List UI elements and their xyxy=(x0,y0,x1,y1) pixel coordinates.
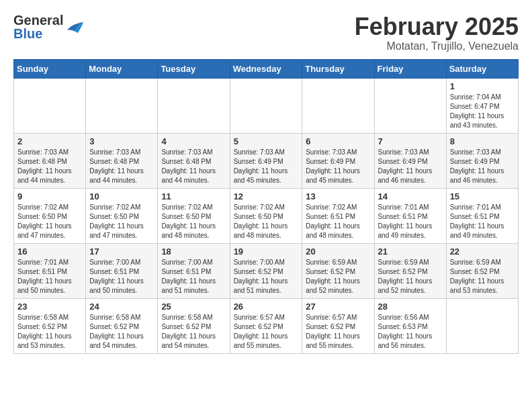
day-number: 5 xyxy=(234,136,299,146)
day-number: 22 xyxy=(450,246,515,257)
calendar-cell: 12Sunrise: 7:02 AM Sunset: 6:50 PM Dayli… xyxy=(230,188,302,243)
day-number: 13 xyxy=(306,191,370,201)
day-info: Sunrise: 7:03 AM Sunset: 6:49 PM Dayligh… xyxy=(450,148,515,185)
calendar-cell: 5Sunrise: 7:03 AM Sunset: 6:49 PM Daylig… xyxy=(230,133,302,188)
day-info: Sunrise: 6:58 AM Sunset: 6:52 PM Dayligh… xyxy=(17,313,82,351)
day-number: 1 xyxy=(450,81,515,91)
day-info: Sunrise: 6:58 AM Sunset: 6:52 PM Dayligh… xyxy=(161,313,226,351)
day-info: Sunrise: 7:03 AM Sunset: 6:49 PM Dayligh… xyxy=(306,148,370,185)
calendar-week-row: 16Sunrise: 7:01 AM Sunset: 6:51 PM Dayli… xyxy=(14,243,519,298)
day-info: Sunrise: 7:02 AM Sunset: 6:50 PM Dayligh… xyxy=(89,203,154,240)
calendar-cell: 25Sunrise: 6:58 AM Sunset: 6:52 PM Dayli… xyxy=(158,298,230,353)
logo-name: General Blue xyxy=(13,13,63,40)
day-number: 8 xyxy=(450,136,515,146)
day-info: Sunrise: 7:03 AM Sunset: 6:48 PM Dayligh… xyxy=(161,148,226,185)
day-number: 11 xyxy=(161,191,226,201)
day-number: 19 xyxy=(234,246,299,257)
day-info: Sunrise: 7:03 AM Sunset: 6:48 PM Dayligh… xyxy=(17,148,82,185)
calendar-cell: 23Sunrise: 6:58 AM Sunset: 6:52 PM Dayli… xyxy=(14,298,86,353)
page-header: General Blue February 2025 Motatan, Truj… xyxy=(13,13,519,52)
day-number: 3 xyxy=(89,136,154,146)
calendar-cell: 16Sunrise: 7:01 AM Sunset: 6:51 PM Dayli… xyxy=(14,243,86,298)
day-info: Sunrise: 7:01 AM Sunset: 6:51 PM Dayligh… xyxy=(378,203,443,240)
weekday-header-saturday: Saturday xyxy=(446,59,518,78)
weekday-header-friday: Friday xyxy=(374,59,446,78)
day-number: 17 xyxy=(89,246,154,257)
calendar-cell: 1Sunrise: 7:04 AM Sunset: 6:47 PM Daylig… xyxy=(446,78,518,133)
calendar-cell: 10Sunrise: 7:02 AM Sunset: 6:50 PM Dayli… xyxy=(86,188,158,243)
day-number: 23 xyxy=(17,302,82,312)
calendar-cell: 11Sunrise: 7:02 AM Sunset: 6:50 PM Dayli… xyxy=(158,188,230,243)
calendar-cell: 21Sunrise: 6:59 AM Sunset: 6:52 PM Dayli… xyxy=(374,243,446,298)
day-info: Sunrise: 7:02 AM Sunset: 6:51 PM Dayligh… xyxy=(306,203,370,240)
calendar-cell: 4Sunrise: 7:03 AM Sunset: 6:48 PM Daylig… xyxy=(158,133,230,188)
calendar-week-row: 1Sunrise: 7:04 AM Sunset: 6:47 PM Daylig… xyxy=(14,78,519,133)
day-info: Sunrise: 7:00 AM Sunset: 6:52 PM Dayligh… xyxy=(234,258,299,295)
weekday-header-monday: Monday xyxy=(86,59,158,78)
day-number: 28 xyxy=(378,302,443,312)
day-info: Sunrise: 7:01 AM Sunset: 6:51 PM Dayligh… xyxy=(17,258,82,295)
day-info: Sunrise: 6:59 AM Sunset: 6:52 PM Dayligh… xyxy=(378,258,443,295)
calendar-cell xyxy=(446,298,518,353)
weekday-header-wednesday: Wednesday xyxy=(230,59,302,78)
calendar-cell: 27Sunrise: 6:57 AM Sunset: 6:52 PM Dayli… xyxy=(302,298,374,353)
calendar-cell: 24Sunrise: 6:58 AM Sunset: 6:52 PM Dayli… xyxy=(86,298,158,353)
calendar-cell: 8Sunrise: 7:03 AM Sunset: 6:49 PM Daylig… xyxy=(446,133,518,188)
day-info: Sunrise: 6:57 AM Sunset: 6:52 PM Dayligh… xyxy=(306,313,370,351)
day-number: 24 xyxy=(89,302,154,312)
calendar-cell: 26Sunrise: 6:57 AM Sunset: 6:52 PM Dayli… xyxy=(230,298,302,353)
calendar-cell: 20Sunrise: 6:59 AM Sunset: 6:52 PM Dayli… xyxy=(302,243,374,298)
day-number: 10 xyxy=(89,191,154,201)
day-info: Sunrise: 7:04 AM Sunset: 6:47 PM Dayligh… xyxy=(450,93,515,130)
calendar-cell xyxy=(374,78,446,133)
day-info: Sunrise: 7:03 AM Sunset: 6:49 PM Dayligh… xyxy=(378,148,443,185)
weekday-header-sunday: Sunday xyxy=(14,59,86,78)
calendar-cell: 2Sunrise: 7:03 AM Sunset: 6:48 PM Daylig… xyxy=(14,133,86,188)
calendar-cell xyxy=(230,78,302,133)
calendar-week-row: 2Sunrise: 7:03 AM Sunset: 6:48 PM Daylig… xyxy=(14,133,519,188)
weekday-header-tuesday: Tuesday xyxy=(158,59,230,78)
logo: General Blue xyxy=(13,13,85,40)
day-number: 12 xyxy=(234,191,299,201)
weekday-header-thursday: Thursday xyxy=(302,59,374,78)
day-number: 16 xyxy=(17,246,82,257)
day-info: Sunrise: 7:02 AM Sunset: 6:50 PM Dayligh… xyxy=(161,203,226,240)
calendar-cell: 13Sunrise: 7:02 AM Sunset: 6:51 PM Dayli… xyxy=(302,188,374,243)
calendar-cell: 7Sunrise: 7:03 AM Sunset: 6:49 PM Daylig… xyxy=(374,133,446,188)
day-number: 18 xyxy=(161,246,226,257)
day-number: 9 xyxy=(17,191,82,201)
calendar-cell xyxy=(302,78,374,133)
logo-blue: Blue xyxy=(13,27,63,40)
day-info: Sunrise: 6:57 AM Sunset: 6:52 PM Dayligh… xyxy=(234,313,299,351)
logo-bird-icon xyxy=(66,19,85,34)
day-info: Sunrise: 7:01 AM Sunset: 6:51 PM Dayligh… xyxy=(450,203,515,240)
calendar-table: SundayMondayTuesdayWednesdayThursdayFrid… xyxy=(13,59,519,354)
day-info: Sunrise: 6:58 AM Sunset: 6:52 PM Dayligh… xyxy=(89,313,154,351)
day-number: 25 xyxy=(161,302,226,312)
calendar-cell xyxy=(86,78,158,133)
calendar-cell: 18Sunrise: 7:00 AM Sunset: 6:51 PM Dayli… xyxy=(158,243,230,298)
day-number: 20 xyxy=(306,246,370,257)
day-number: 7 xyxy=(378,136,443,146)
day-info: Sunrise: 7:02 AM Sunset: 6:50 PM Dayligh… xyxy=(234,203,299,240)
day-number: 26 xyxy=(234,302,299,312)
day-info: Sunrise: 7:03 AM Sunset: 6:49 PM Dayligh… xyxy=(234,148,299,185)
day-info: Sunrise: 6:59 AM Sunset: 6:52 PM Dayligh… xyxy=(450,258,515,295)
day-number: 4 xyxy=(161,136,226,146)
calendar-cell: 15Sunrise: 7:01 AM Sunset: 6:51 PM Dayli… xyxy=(446,188,518,243)
calendar-cell: 28Sunrise: 6:56 AM Sunset: 6:53 PM Dayli… xyxy=(374,298,446,353)
calendar-cell: 6Sunrise: 7:03 AM Sunset: 6:49 PM Daylig… xyxy=(302,133,374,188)
day-number: 15 xyxy=(450,191,515,201)
calendar-cell: 3Sunrise: 7:03 AM Sunset: 6:48 PM Daylig… xyxy=(86,133,158,188)
title-area: February 2025 Motatan, Trujillo, Venezue… xyxy=(355,13,519,52)
calendar-cell: 19Sunrise: 7:00 AM Sunset: 6:52 PM Dayli… xyxy=(230,243,302,298)
calendar-cell: 9Sunrise: 7:02 AM Sunset: 6:50 PM Daylig… xyxy=(14,188,86,243)
calendar-cell xyxy=(158,78,230,133)
day-info: Sunrise: 7:03 AM Sunset: 6:48 PM Dayligh… xyxy=(89,148,154,185)
day-info: Sunrise: 7:02 AM Sunset: 6:50 PM Dayligh… xyxy=(17,203,82,240)
day-info: Sunrise: 7:00 AM Sunset: 6:51 PM Dayligh… xyxy=(161,258,226,295)
calendar-cell: 17Sunrise: 7:00 AM Sunset: 6:51 PM Dayli… xyxy=(86,243,158,298)
day-number: 27 xyxy=(306,302,370,312)
calendar-week-row: 9Sunrise: 7:02 AM Sunset: 6:50 PM Daylig… xyxy=(14,188,519,243)
calendar-cell: 14Sunrise: 7:01 AM Sunset: 6:51 PM Dayli… xyxy=(374,188,446,243)
